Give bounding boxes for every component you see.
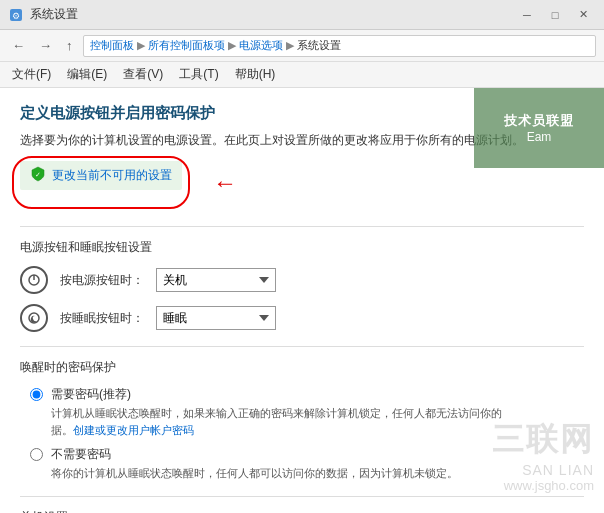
no-password-label: 不需要密码	[51, 446, 458, 463]
svg-text:⚙: ⚙	[12, 11, 20, 21]
create-password-link[interactable]: 创建或更改用户帐户密码	[73, 424, 194, 436]
power-button-select[interactable]: 关机 睡眠 休眠 不执行任何操作	[156, 268, 276, 292]
breadcrumb-sep-1: ▶	[137, 39, 145, 52]
shield-icon: ✓	[30, 166, 46, 185]
breadcrumb-all-items[interactable]: 所有控制面板项	[148, 38, 225, 53]
change-settings-wrapper: ✓ 更改当前不可用的设置 ←	[20, 161, 182, 204]
breadcrumb-sep-2: ▶	[228, 39, 236, 52]
require-password-radio[interactable]	[30, 388, 43, 401]
divider-1	[20, 226, 584, 227]
up-button[interactable]: ↑	[62, 36, 77, 55]
menu-view[interactable]: 查看(V)	[115, 63, 171, 86]
menu-tools[interactable]: 工具(T)	[171, 63, 226, 86]
password-radio-group: 需要密码(推荐) 计算机从睡眠状态唤醒时，如果来输入正确的密码来解除计算机锁定，…	[30, 386, 584, 482]
window-icon: ⚙	[8, 7, 24, 23]
change-settings-label: 更改当前不可用的设置	[52, 167, 172, 184]
shutdown-label: 关机设置	[20, 509, 584, 514]
require-password-desc: 计算机从睡眠状态唤醒时，如果来输入正确的密码来解除计算机锁定，任何人都无法访问你…	[51, 405, 502, 438]
breadcrumb-control-panel[interactable]: 控制面板	[90, 38, 134, 53]
title-bar: ⚙ 系统设置 ─ □ ✕	[0, 0, 604, 30]
sleep-button-select[interactable]: 睡眠 关机 休眠 不执行任何操作	[156, 306, 276, 330]
breadcrumb-power[interactable]: 电源选项	[239, 38, 283, 53]
back-button[interactable]: ←	[8, 36, 29, 55]
sleep-button-label: 按睡眠按钮时：	[60, 310, 144, 327]
no-password-option: 不需要密码 将你的计算机从睡眠状态唤醒时，任何人都可以访问你的数据，因为计算机未…	[30, 446, 584, 482]
address-bar: ← → ↑ 控制面板 ▶ 所有控制面板项 ▶ 电源选项 ▶ 系统设置	[0, 30, 604, 62]
password-section-label: 唤醒时的密码保护	[20, 359, 584, 376]
forward-button[interactable]: →	[35, 36, 56, 55]
sleep-icon	[20, 304, 48, 332]
breadcrumb-current: 系统设置	[297, 38, 341, 53]
svg-text:✓: ✓	[35, 171, 41, 178]
require-password-label-group: 需要密码(推荐) 计算机从睡眠状态唤醒时，如果来输入正确的密码来解除计算机锁定，…	[51, 386, 502, 438]
require-password-option: 需要密码(推荐) 计算机从睡眠状态唤醒时，如果来输入正确的密码来解除计算机锁定，…	[30, 386, 584, 438]
menu-bar: 文件(F) 编辑(E) 查看(V) 工具(T) 帮助(H)	[0, 62, 604, 88]
menu-help[interactable]: 帮助(H)	[227, 63, 284, 86]
page-description: 选择要为你的计算机设置的电源设置。在此页上对设置所做的更改将应用于你所有的电源计…	[20, 131, 584, 149]
sleep-button-row: 按睡眠按钮时： 睡眠 关机 休眠 不执行任何操作	[20, 304, 584, 332]
power-settings-section: 电源按钮和睡眠按钮设置 按电源按钮时： 关机 睡眠 休眠 不执行任何操作	[20, 239, 584, 332]
require-password-label: 需要密码(推荐)	[51, 386, 502, 403]
power-button-label: 按电源按钮时：	[60, 272, 144, 289]
breadcrumb-sep-3: ▶	[286, 39, 294, 52]
no-password-radio[interactable]	[30, 448, 43, 461]
page-title: 定义电源按钮并启用密码保护	[20, 104, 584, 123]
minimize-button[interactable]: ─	[514, 5, 540, 25]
main-content: 定义电源按钮并启用密码保护 选择要为你的计算机设置的电源设置。在此页上对设置所做…	[0, 88, 604, 513]
divider-3	[20, 496, 584, 497]
power-button-row: 按电源按钮时： 关机 睡眠 休眠 不执行任何操作	[20, 266, 584, 294]
password-section: 唤醒时的密码保护 需要密码(推荐) 计算机从睡眠状态唤醒时，如果来输入正确的密码…	[20, 359, 584, 482]
red-arrow: ←	[213, 171, 237, 195]
power-section-label: 电源按钮和睡眠按钮设置	[20, 239, 584, 256]
change-settings-button[interactable]: ✓ 更改当前不可用的设置	[20, 161, 182, 190]
no-password-label-group: 不需要密码 将你的计算机从睡眠状态唤醒时，任何人都可以访问你的数据，因为计算机未…	[51, 446, 458, 482]
window-controls: ─ □ ✕	[514, 5, 596, 25]
menu-file[interactable]: 文件(F)	[4, 63, 59, 86]
power-icon	[20, 266, 48, 294]
shutdown-section: 关机设置 启用快速启动(推荐)	[20, 509, 584, 514]
no-password-desc: 将你的计算机从睡眠状态唤醒时，任何人都可以访问你的数据，因为计算机未锁定。	[51, 465, 458, 482]
window-title: 系统设置	[30, 6, 78, 23]
close-button[interactable]: ✕	[570, 5, 596, 25]
divider-2	[20, 346, 584, 347]
maximize-button[interactable]: □	[542, 5, 568, 25]
menu-edit[interactable]: 编辑(E)	[59, 63, 115, 86]
breadcrumb: 控制面板 ▶ 所有控制面板项 ▶ 电源选项 ▶ 系统设置	[83, 35, 597, 57]
